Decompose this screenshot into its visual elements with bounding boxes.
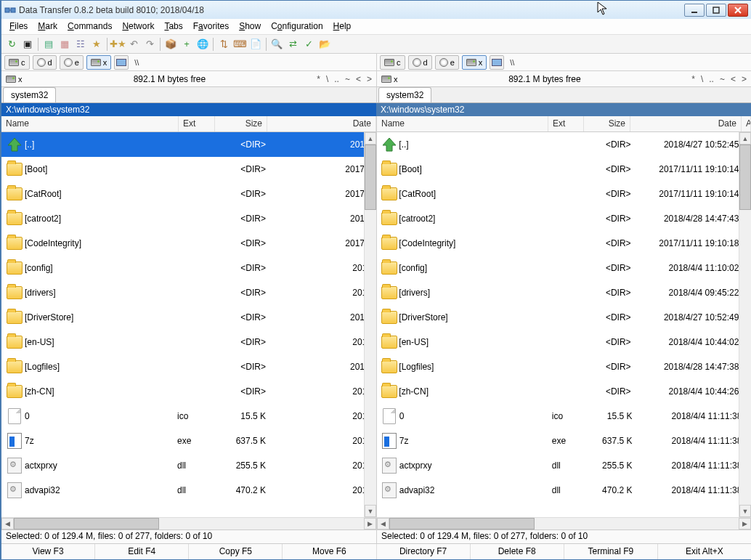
scroll-track[interactable]: [159, 518, 364, 529]
file-row[interactable]: [zh-CN]<DIR>2018/4/4 10:44:26d--: [377, 379, 751, 404]
nav-xx[interactable]: ..: [709, 74, 714, 84]
fwd-icon[interactable]: ↷: [142, 37, 157, 52]
nav-x[interactable]: <: [356, 74, 361, 84]
fkey-edit[interactable]: Edit F4: [95, 544, 189, 559]
file-row[interactable]: [CodeIntegrity]<DIR>2017/11/11 19:10:18d…: [377, 231, 751, 256]
scrollbar-vertical[interactable]: ▲ ▼: [364, 132, 376, 517]
column-date[interactable]: Date: [630, 116, 742, 131]
menu-show[interactable]: Show: [234, 19, 266, 34]
nav-x[interactable]: >: [742, 74, 747, 84]
menu-commands[interactable]: Commands: [62, 19, 117, 34]
menu-files[interactable]: Files: [4, 19, 33, 34]
drive-x[interactable]: x: [462, 55, 487, 70]
nav-x[interactable]: ~: [345, 74, 350, 84]
column-ext[interactable]: Ext: [548, 116, 584, 131]
file-row[interactable]: advapi32dll470.2 K2018: [1, 478, 376, 503]
favs-icon[interactable]: ★: [89, 37, 104, 52]
fkey-directory[interactable]: Directory F7: [377, 544, 471, 559]
open-icon[interactable]: 📂: [317, 37, 332, 52]
scroll-down-icon[interactable]: ▼: [739, 505, 751, 517]
file-row[interactable]: [drivers]<DIR>2018/4/4 09:45:22d--: [377, 280, 751, 305]
scroll-up-icon[interactable]: ▲: [365, 132, 376, 145]
column-name[interactable]: Name: [377, 116, 548, 131]
scroll-right-icon[interactable]: ▶: [739, 518, 751, 529]
file-row[interactable]: [catroot2]<DIR>2018/: [1, 206, 376, 231]
nav-x[interactable]: *: [691, 74, 695, 84]
diff-icon[interactable]: ⇄: [285, 37, 300, 52]
scroll-thumb[interactable]: [365, 145, 376, 210]
scroll-left-icon[interactable]: ◀: [1, 518, 14, 529]
menu-configuration[interactable]: Configuration: [266, 19, 328, 34]
addfav-icon[interactable]: ✚★: [110, 37, 125, 52]
scroll-thumb[interactable]: [14, 518, 159, 529]
scroll-left-icon[interactable]: ◀: [377, 518, 389, 529]
filelist-right[interactable]: [..]<DIR>2018/4/27 10:52:45d--[Boot]<DIR…: [377, 132, 751, 529]
nav-x[interactable]: \: [326, 74, 328, 84]
listview-icon[interactable]: ▤: [41, 37, 56, 52]
unpack-icon[interactable]: +: [179, 37, 194, 52]
file-row[interactable]: [..]<DIR>2018/4/27 10:52:45d--: [377, 132, 751, 157]
maximize-button[interactable]: [706, 4, 726, 17]
minimize-button[interactable]: [684, 4, 705, 17]
file-row[interactable]: actxprxydll255.5 K2018: [1, 453, 376, 478]
packfiles-icon[interactable]: 📦: [163, 37, 178, 52]
treeview-icon[interactable]: ☷: [73, 37, 88, 52]
file-row[interactable]: [Boot]<DIR>2017/11/11 19:10:14d--: [377, 157, 751, 182]
fkey-terminal[interactable]: Terminal F9: [564, 544, 658, 559]
notepad-icon[interactable]: 📄: [248, 37, 263, 52]
column-date[interactable]: Date: [267, 116, 376, 131]
drive-e[interactable]: e: [435, 55, 459, 70]
path-bar-left[interactable]: X:\windows\system32: [1, 103, 376, 116]
column-ext[interactable]: Ext: [179, 116, 215, 131]
scroll-track[interactable]: [365, 210, 376, 505]
check-icon[interactable]: ✓: [301, 37, 316, 52]
nav-x[interactable]: <: [731, 74, 736, 84]
panel-tab[interactable]: system32: [378, 87, 431, 102]
drive-c[interactable]: c: [380, 55, 405, 70]
drive-d[interactable]: d: [33, 55, 57, 70]
scroll-down-icon[interactable]: ▼: [365, 505, 376, 517]
telnet-icon[interactable]: ⌨: [232, 37, 247, 52]
file-row[interactable]: 0ico15.5 K2018: [1, 404, 376, 429]
column-size[interactable]: Size: [215, 116, 267, 131]
scrollbar-vertical[interactable]: ▲ ▼: [739, 132, 751, 517]
file-row[interactable]: [catroot2]<DIR>2018/4/28 14:47:43d--: [377, 206, 751, 231]
thumbs-icon[interactable]: ▦: [57, 37, 72, 52]
network-drive-button[interactable]: [490, 55, 504, 70]
file-row[interactable]: [en-US]<DIR>2018: [1, 330, 376, 354]
filelist-left[interactable]: [..]<DIR>2018/[Boot]<DIR>2017/1[CatRoot]…: [1, 132, 376, 529]
menu-tabs[interactable]: Tabs: [159, 19, 187, 34]
fkey-copy[interactable]: Copy F5: [189, 544, 283, 559]
file-row[interactable]: [..]<DIR>2018/: [1, 132, 376, 157]
menu-help[interactable]: Help: [328, 19, 357, 34]
fkey-exit[interactable]: Exit Alt+X: [658, 544, 751, 559]
file-row[interactable]: [Logfiles]<DIR>2018/4/28 14:47:38d-a: [377, 354, 751, 379]
scroll-thumb[interactable]: [739, 145, 751, 210]
file-row[interactable]: [Boot]<DIR>2017/1: [1, 157, 376, 182]
file-row[interactable]: advapi32dll470.2 K2018/4/4 11:11:38--a: [377, 478, 751, 503]
refresh-icon[interactable]: ↻: [4, 37, 19, 52]
file-row[interactable]: 7zexe637.5 K2018: [1, 429, 376, 453]
menu-network[interactable]: Network: [117, 19, 159, 34]
menu-favorites[interactable]: Favorites: [188, 19, 234, 34]
scroll-thumb[interactable]: [389, 518, 535, 529]
network-drive-button[interactable]: [114, 55, 129, 70]
file-row[interactable]: [Logfiles]<DIR>2018/: [1, 354, 376, 379]
file-row[interactable]: actxprxydll255.5 K2018/4/4 11:11:38--a: [377, 453, 751, 478]
file-row[interactable]: 0ico15.5 K2018/4/4 11:11:38--a: [377, 404, 751, 429]
menu-mark[interactable]: Mark: [33, 19, 62, 34]
file-row[interactable]: [drivers]<DIR>2018: [1, 280, 376, 305]
file-row[interactable]: [DriverStore]<DIR>2018/: [1, 305, 376, 330]
search-icon[interactable]: 🔍: [269, 37, 284, 52]
fkey-view[interactable]: View F3: [1, 544, 95, 559]
column-att[interactable]: Att: [742, 116, 751, 131]
nav-x[interactable]: ~: [720, 74, 725, 84]
file-row[interactable]: [CodeIntegrity]<DIR>2017/1: [1, 231, 376, 256]
drive-indicator[interactable]: x: [381, 75, 398, 84]
scrollbar-horizontal[interactable]: ◀ ▶: [1, 517, 376, 529]
nav-x[interactable]: >: [367, 74, 372, 84]
scrollbar-horizontal[interactable]: ◀ ▶: [377, 517, 751, 529]
nav-x[interactable]: \: [701, 74, 703, 84]
drive-e[interactable]: e: [60, 55, 84, 70]
drive-indicator[interactable]: x: [6, 75, 23, 84]
